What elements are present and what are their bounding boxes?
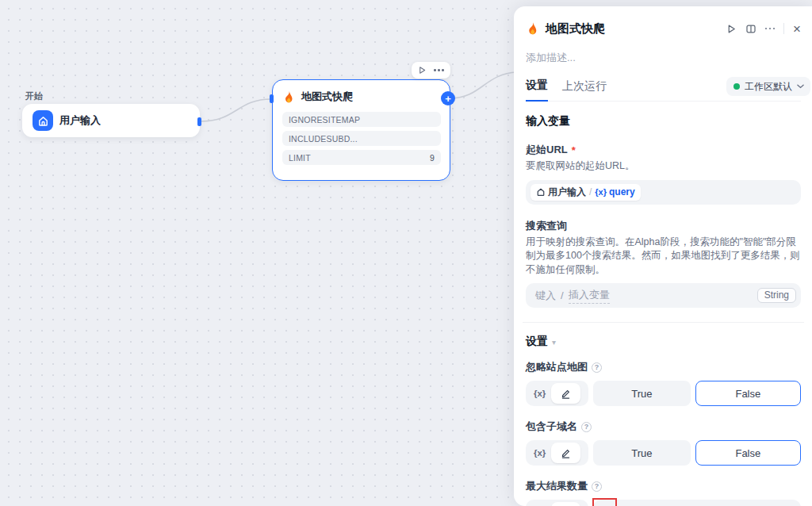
ignore-sitemap-control: {x} True False [526, 381, 801, 406]
ignore-sitemap-label: 忽略站点地图 ? [526, 360, 801, 374]
start-group-label: 开始 [25, 90, 43, 102]
search-query-input[interactable]: 键入 / 插入变量 String [526, 283, 801, 308]
variable-chip[interactable]: 用户输入 / {x} query [530, 184, 641, 201]
node-map-crawl-title: 地图式快爬 [301, 90, 353, 104]
input-placeholder: 键入 / 插入变量 [530, 288, 757, 304]
close-icon[interactable]: × [793, 22, 801, 36]
node-user-input-title: 用户输入 [59, 113, 101, 128]
node-field-limit: LIMIT9 [282, 150, 441, 165]
divider [783, 23, 784, 34]
tab-settings[interactable]: 设置 [526, 79, 548, 102]
node-field-ignoresitemap: IGNORESITEMAP [282, 112, 441, 127]
caret-down-icon: ▾ [552, 338, 556, 347]
true-button[interactable]: True [593, 440, 691, 466]
node-user-input[interactable]: 用户输入 [22, 104, 200, 137]
false-button[interactable]: False [695, 440, 801, 466]
panel-tabs: 设置 上次运行 工作区默认 [526, 76, 801, 102]
start-url-input[interactable]: 用户输入 / {x} query [526, 180, 801, 205]
node-toolbar [412, 62, 450, 79]
run-node-icon[interactable] [418, 66, 427, 75]
type-badge: String [757, 288, 796, 303]
edit-mode-option[interactable] [551, 502, 580, 506]
chevron-down-icon [797, 84, 804, 89]
search-query-description: 用于映射的搜索查询。在Alpha阶段，搜索功能的"智能"部分限制为最多100个搜… [526, 236, 801, 278]
split-view-icon[interactable] [745, 24, 756, 34]
start-url-label: 起始URL * [526, 143, 801, 157]
settings-collapse-header[interactable]: 设置 ▾ [526, 335, 801, 349]
workspace-label: 工作区默认 [745, 80, 792, 94]
workspace-selector[interactable]: 工作区默认 [726, 77, 810, 96]
home-icon [33, 110, 53, 131]
variable-mode-option[interactable]: {x} [534, 389, 546, 398]
max-results-control: {x} 9 [526, 500, 801, 506]
flame-icon [282, 90, 295, 104]
help-icon[interactable]: ? [581, 422, 592, 432]
edit-mode-option[interactable] [551, 443, 580, 463]
panel-title: 地图式快爬 [546, 21, 720, 36]
add-next-node-button[interactable]: + [441, 91, 455, 105]
node-config-panel: 地图式快爬 × 添加描述... 设置 上次运行 工作区默认 输入变量 起始URL… [514, 6, 812, 506]
flame-icon [526, 21, 539, 36]
max-results-label: 最大结果数量 ? [526, 479, 801, 493]
variable-mode-option[interactable]: {x} [534, 448, 546, 458]
pencil-icon [561, 448, 571, 458]
include-subdomains-control: {x} True False [526, 440, 801, 466]
section-input-variables: 输入变量 [526, 114, 801, 128]
value-mode-switch: {x} [526, 440, 588, 466]
true-button[interactable]: True [593, 381, 691, 406]
help-icon[interactable]: ? [592, 362, 602, 373]
node-map-crawl[interactable]: 地图式快爬 IGNORESITEMAP INCLUDESUBD... LIMIT… [272, 79, 450, 181]
pencil-icon [561, 389, 571, 399]
help-icon[interactable]: ? [592, 481, 602, 492]
annotation-highlight-box [592, 498, 617, 506]
search-query-label: 搜索查询 [526, 219, 801, 233]
node-field-includesubdomains: INCLUDESUBD... [282, 131, 441, 146]
value-mode-switch: {x} [526, 381, 588, 406]
input-handle-map-crawl[interactable] [270, 94, 274, 103]
required-mark: * [572, 144, 576, 156]
home-icon [536, 187, 546, 197]
more-icon[interactable] [765, 28, 776, 30]
run-icon[interactable] [726, 24, 737, 34]
node-more-icon[interactable] [434, 69, 444, 71]
status-dot [733, 83, 740, 90]
include-subdomains-label: 包含子域名 ? [526, 420, 801, 434]
false-button[interactable]: False [695, 381, 801, 406]
panel-header: 地图式快爬 × [526, 6, 801, 38]
description-placeholder[interactable]: 添加描述... [526, 51, 801, 65]
output-handle-user-input[interactable] [197, 117, 201, 126]
section-divider [523, 322, 804, 323]
value-mode-switch: {x} [526, 500, 588, 506]
tab-last-run[interactable]: 上次运行 [562, 79, 607, 101]
start-url-description: 要爬取网站的起始URL。 [526, 159, 801, 174]
edit-mode-option[interactable] [551, 383, 580, 404]
max-results-input[interactable]: 9 [593, 500, 801, 506]
